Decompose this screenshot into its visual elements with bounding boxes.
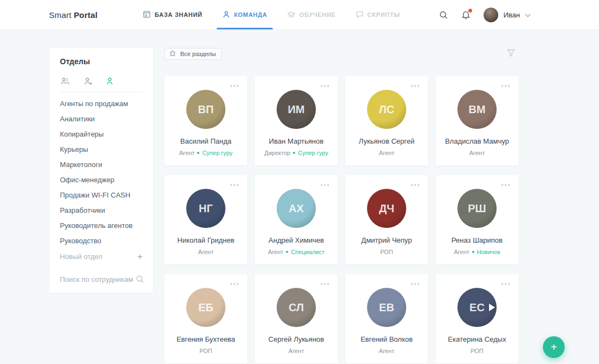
- sidebar-department-item[interactable]: Копирайтеры: [60, 126, 143, 141]
- employee-name: Дмитрий Чепур: [362, 236, 412, 244]
- role-separator-dot: [472, 251, 474, 253]
- employee-card[interactable]: ЛС Лукьянов Сергей Агент: [345, 76, 428, 165]
- chevron-down-icon: [525, 10, 531, 20]
- department-label: Копирайтеры: [60, 130, 103, 138]
- role-separator-dot: [197, 152, 199, 154]
- employee-card[interactable]: ДЧ Дмитрий Чепур РОП: [345, 175, 428, 264]
- tab-label: БАЗА ЗНАНИЙ: [155, 11, 203, 18]
- avatar-initials: АХ: [289, 202, 304, 215]
- employee-name: Реназ Шарипов: [451, 236, 503, 244]
- sidebar-department-item[interactable]: Аналитики: [60, 111, 143, 126]
- employee-role: Агент: [454, 249, 469, 255]
- employee-filter-tabs: [60, 77, 143, 92]
- employee-role-line: Агент Супер гуру: [179, 150, 233, 156]
- employee-role-line: Агент Новичок: [454, 249, 500, 255]
- employee-card[interactable]: ВМ Владислав Мамчур Агент: [436, 76, 518, 165]
- employee-name: Екатерина Седых: [448, 335, 506, 343]
- employee-card[interactable]: ЕС Екатерина Седых РОП: [436, 274, 518, 363]
- employee-card[interactable]: АХ Андрей Химичев Агент Специалист: [255, 175, 338, 264]
- card-options-icon[interactable]: [500, 182, 512, 188]
- card-options-icon[interactable]: [229, 281, 241, 287]
- sidebar-department-item[interactable]: Руководитель агентов: [60, 218, 143, 233]
- tab-scripts[interactable]: СКРИПТЫ: [346, 0, 410, 29]
- tab-knowledge-base[interactable]: A БАЗА ЗНАНИЙ: [133, 0, 212, 29]
- avatar-initials: ДЧ: [379, 202, 394, 215]
- employee-card[interactable]: ИМ Иван Мартьянов Директор Супер гуру: [255, 76, 338, 165]
- card-options-icon[interactable]: [409, 281, 421, 287]
- employee-avatar: ДЧ: [367, 189, 406, 228]
- tab-training[interactable]: ОБУЧЕНИЕ: [277, 0, 346, 29]
- tab-team[interactable]: КОМАНДА: [212, 0, 277, 29]
- department-list: Агенты по продажам Аналитики Копирайтеры…: [60, 96, 143, 248]
- card-options-icon[interactable]: [319, 182, 331, 188]
- employee-avatar: ЛС: [367, 90, 406, 129]
- employee-badge: Супер гуру: [202, 150, 233, 156]
- card-options-icon[interactable]: [319, 83, 331, 89]
- avatar-initials: ЕВ: [379, 301, 394, 314]
- play-icon: [489, 304, 495, 311]
- employee-role-line: Агент: [379, 150, 394, 156]
- employee-avatar: НГ: [186, 189, 225, 228]
- avatar-initials: ЕБ: [198, 301, 213, 314]
- employee-card[interactable]: РШ Реназ Шарипов Агент Новичок: [436, 175, 518, 264]
- employee-avatar: РШ: [457, 189, 497, 228]
- department-label: Офис-менеджер: [60, 176, 114, 184]
- departments-title: Отделы: [60, 57, 143, 66]
- notifications-bell-icon[interactable]: [461, 10, 470, 20]
- employee-role: РОП: [380, 249, 393, 255]
- employee-card[interactable]: СЛ Сергей Лукьянов Агент: [255, 274, 338, 363]
- sidebar-department-item[interactable]: Курьеры: [60, 141, 143, 157]
- department-label: Агенты по продажам: [60, 100, 128, 108]
- user-menu[interactable]: Иван: [484, 8, 531, 22]
- breadcrumb-all-sections[interactable]: Все разделы: [164, 48, 222, 60]
- employee-dismissed-icon[interactable]: [83, 77, 93, 85]
- app-logo[interactable]: Smart Portal: [49, 10, 97, 20]
- employee-role: Агент: [289, 348, 304, 354]
- employee-avatar: ВМ: [457, 90, 497, 129]
- department-label: Руководитель агентов: [60, 221, 132, 230]
- avatar-initials: ВМ: [468, 103, 485, 116]
- header-actions: Иван: [439, 8, 531, 22]
- employee-role-line: Агент: [198, 249, 213, 255]
- card-options-icon[interactable]: [409, 182, 421, 188]
- employee-name: Евгения Бухтеева: [176, 335, 235, 343]
- search-icon[interactable]: [439, 10, 448, 20]
- employee-card[interactable]: НГ Николай Гриднев Агент: [164, 175, 247, 264]
- employee-search-input[interactable]: [60, 275, 136, 283]
- employee-role: Агент: [179, 150, 194, 156]
- card-options-icon[interactable]: [229, 182, 241, 188]
- employee-role-line: Агент: [379, 348, 394, 354]
- sidebar-department-item[interactable]: Разработчики: [60, 202, 143, 218]
- filter-icon[interactable]: [507, 49, 515, 59]
- avatar-initials: СЛ: [289, 301, 304, 314]
- new-department-label: Новый отдел: [60, 252, 102, 261]
- department-label: Маркетологи: [60, 161, 102, 169]
- employee-card[interactable]: ЕБ Евгения Бухтеева РОП: [164, 274, 247, 363]
- avatar-initials: НГ: [199, 202, 213, 215]
- employees-group-icon[interactable]: [60, 77, 70, 85]
- sidebar-department-item[interactable]: Агенты по продажам: [60, 96, 143, 111]
- add-employee-fab[interactable]: +: [543, 336, 565, 358]
- employee-active-icon[interactable]: [106, 77, 114, 85]
- sidebar-department-item[interactable]: Продажи WI-FI CASH: [60, 187, 143, 202]
- sidebar-department-item[interactable]: Маркетологи: [60, 157, 143, 172]
- new-department-button[interactable]: Новый отдел +: [60, 252, 143, 261]
- card-options-icon[interactable]: [500, 83, 512, 89]
- card-options-icon[interactable]: [500, 281, 512, 287]
- card-options-icon[interactable]: [409, 83, 421, 89]
- employee-card-grid: ВП Василий Панда Агент Супер гуру ИМ Ива…: [164, 76, 518, 364]
- sidebar-department-item[interactable]: Офис-менеджер: [60, 172, 143, 187]
- employee-card[interactable]: ЕВ Евгений Волков Агент: [345, 274, 428, 363]
- employee-role: РОП: [470, 348, 484, 354]
- card-options-icon[interactable]: [229, 83, 241, 89]
- card-options-icon[interactable]: [319, 281, 331, 287]
- employee-card[interactable]: ВП Василий Панда Агент Супер гуру: [164, 76, 247, 165]
- breadcrumb-label: Все разделы: [180, 51, 216, 57]
- notification-dot: [468, 9, 472, 13]
- employee-avatar: ВП: [186, 90, 225, 129]
- employee-badge: Новичок: [477, 249, 500, 255]
- search-icon[interactable]: [136, 275, 144, 283]
- sidebar-department-item[interactable]: Руководство: [60, 233, 143, 248]
- employee-name: Николай Гриднев: [178, 236, 235, 244]
- employee-avatar: АХ: [277, 189, 316, 228]
